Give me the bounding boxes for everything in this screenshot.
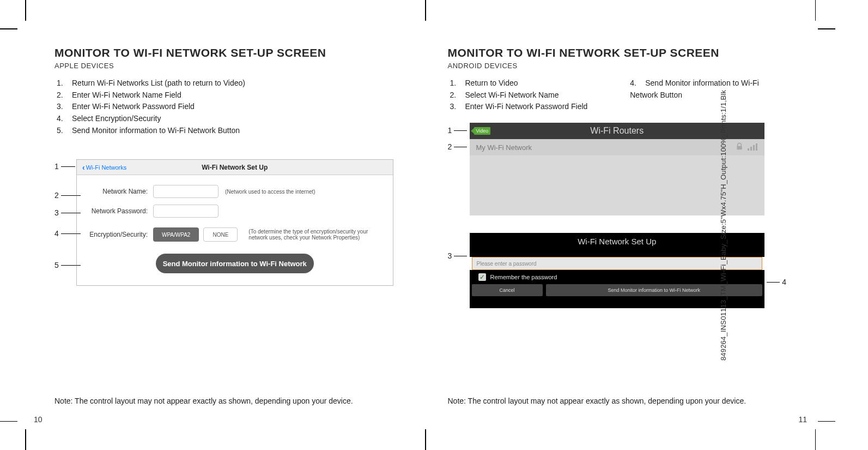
crop-mark [25,0,26,21]
callout-3: 3 [448,251,468,260]
svg-rect-0 [737,146,742,149]
crop-mark [25,429,26,450]
callout-5: 5 [54,261,81,269]
svg-rect-3 [753,145,755,151]
print-spec-label: 849264_INS01113_TM_Wi-Fi_Baby_Size:5"Wx4… [719,89,727,360]
step-item: 4.Send Monitor information to Wi-Fi Netw… [630,77,786,101]
callout-4: 4 [54,229,81,238]
ios-send-button[interactable]: Send Monitor information to Wi-Fi Networ… [156,254,314,273]
lock-icon [735,142,744,153]
chevron-left-icon: ‹ [82,163,85,172]
network-password-label: Network Password: [88,207,153,215]
encryption-hint: (To determine the type of encryption/sec… [248,229,381,241]
crop-mark [0,421,17,422]
svg-rect-4 [756,143,757,151]
callout-3: 3 [54,208,81,217]
callout-2: 2 [54,191,81,200]
step-item: 1.Return Wi-Fi Networks List (path to re… [57,77,393,89]
page-title: MONITOR TO WI-FI NETWORK SET-UP SCREEN [54,46,393,59]
crop-mark [818,421,835,422]
steps-list: 4.Send Monitor information to Wi-Fi Netw… [628,77,786,101]
callout-4: 4 [767,278,786,286]
step-item: 4.Select Encryption/Security [57,113,393,125]
ios-screen: ‹ Wi-Fi Networks Wi-Fi Network Set Up Ne… [76,159,393,286]
step-item: 3.Enter Wi-Fi Network Password Field [57,101,393,113]
page-left: MONITOR TO WI-FI NETWORK SET-UP SCREEN A… [27,16,421,434]
callout-1: 1 [54,162,75,171]
remember-label: Remember the password [490,274,557,280]
network-name-label: Network Name: [88,188,153,195]
network-name-input[interactable] [153,185,218,198]
callout-1: 1 [448,126,468,135]
page-right: MONITOR TO WI-FI NETWORK SET-UP SCREEN A… [421,16,814,434]
crop-mark [0,28,17,29]
step-text: Select Wi-Fi Network Name [465,91,559,99]
encryption-label: Encryption/Security: [88,231,153,238]
step-text: Return Wi-Fi Networks List (path to retu… [72,79,245,87]
network-name-hint: (Network used to access the internet) [225,189,315,195]
step-item: 5.Send Monitor information to Wi-Fi Netw… [57,125,393,137]
step-text: Enter Wi-Fi Network Password Field [72,102,195,111]
svg-rect-1 [748,148,749,151]
ios-back-label: Wi-Fi Networks [86,164,127,171]
step-text: Send Monitor information to Wi-Fi Networ… [630,79,759,99]
page-note: Note: The control layout may not appear … [54,397,393,405]
ios-back-button[interactable]: ‹ Wi-Fi Networks [82,163,126,172]
page-number: 11 [798,415,807,424]
android-send-button[interactable]: Send Monitor information to Wi-Fi Networ… [546,284,763,296]
steps-list: 1.Return to Video 2.Select Wi-Fi Network… [448,77,606,113]
step-item: 2.Enter Wi-Fi Network Name Field [57,89,393,101]
encryption-none-button[interactable]: NONE [203,227,238,242]
step-text: Enter Wi-Fi Network Password Field [465,102,588,111]
callout-2: 2 [448,142,468,151]
crop-mark [818,28,835,29]
network-password-input[interactable] [153,205,218,218]
step-text: Enter Wi-Fi Network Name Field [72,91,181,99]
page-number: 10 [34,415,43,424]
crop-mark [815,0,816,21]
signal-icon [747,142,758,153]
crop-mark [815,429,816,450]
step-item: 2.Select Wi-Fi Network Name [450,89,606,101]
encryption-wpa-button[interactable]: WPA/WPA2 [153,227,199,242]
step-text: Return to Video [465,79,518,87]
page-subhead: APPLE DEVICES [54,62,393,70]
remember-checkbox[interactable]: ✓ [478,273,486,281]
page-subhead: ANDROID DEVICES [448,62,787,70]
step-text: Select Encryption/Security [72,114,161,123]
page-title: MONITOR TO WI-FI NETWORK SET-UP SCREEN [448,46,787,59]
page-note: Note: The control layout may not appear … [448,397,787,405]
step-item: 1.Return to Video [450,77,606,89]
steps-list: 1.Return Wi-Fi Networks List (path to re… [54,77,393,136]
step-text: Send Monitor information to Wi-Fi Networ… [72,126,240,135]
android-network-name: My Wi-Fi Network [476,143,532,152]
svg-rect-2 [750,147,752,151]
step-item: 3.Enter Wi-Fi Network Password Field [450,101,606,113]
android-cancel-button[interactable]: Cancel [472,284,543,296]
